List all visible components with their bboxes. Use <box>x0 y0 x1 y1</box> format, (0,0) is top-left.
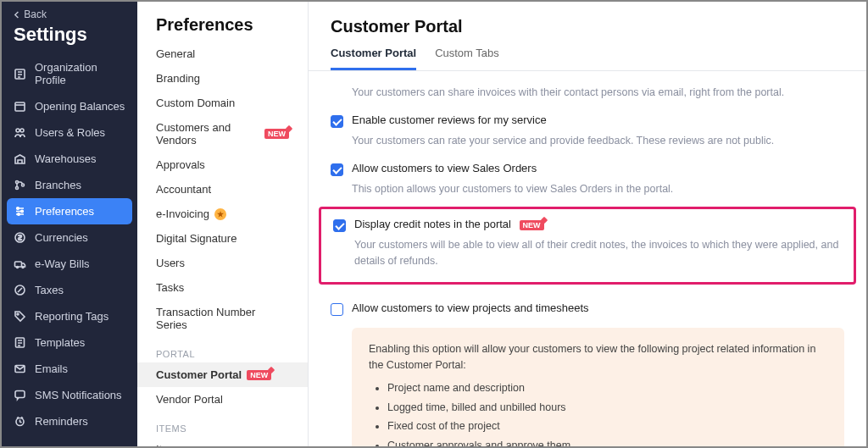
creditnotes-desc: Your customers will be able to view all … <box>354 237 842 268</box>
pref-link-label: Tasks <box>156 281 184 294</box>
svg-rect-1 <box>15 102 25 111</box>
pref-link-e-invoicing[interactable]: e-Invoicing ★ <box>137 202 308 226</box>
projects-title: Allow customers to view projects and tim… <box>352 301 589 314</box>
pref-link-customers-and-vendors[interactable]: Customers and Vendors NEW <box>137 115 308 152</box>
info-list-item: Logged time, billed and unbilled hours <box>387 400 827 416</box>
pref-link-transaction-number-series[interactable]: Transaction Number Series <box>137 300 308 337</box>
pref-link-label: Transaction Number Series <box>156 306 289 331</box>
branch-icon <box>14 179 26 191</box>
svg-point-7 <box>17 207 19 210</box>
pref-icon <box>14 205 26 218</box>
sidebar-item-tmpl[interactable]: Templates <box>2 329 137 356</box>
sidebar-item-tags[interactable]: Reporting Tags <box>2 303 137 329</box>
info-list-item: Project name and description <box>387 380 827 396</box>
sidebar-item-org[interactable]: Organization Profile <box>2 54 137 93</box>
pref-link-label: Customer Portal <box>156 368 242 381</box>
option-sales-orders: Allow customers to view Sales Orders Thi… <box>331 152 844 200</box>
sidebar-item-label: Templates <box>35 336 85 349</box>
tabs: Customer PortalCustom Tabs <box>309 47 866 71</box>
creditnotes-title: Display credit notes in the portal NEW <box>354 218 544 230</box>
pref-link-label: Custom Domain <box>156 97 235 109</box>
pref-link-label: Approvals <box>156 158 205 171</box>
svg-rect-18 <box>15 391 25 398</box>
svg-point-9 <box>18 213 20 216</box>
reviews-title: Enable customer reviews for my service <box>352 113 547 126</box>
pref-link-general[interactable]: General <box>137 41 308 66</box>
creditnotes-checkbox[interactable] <box>333 219 346 232</box>
projects-checkbox[interactable] <box>331 303 343 316</box>
page-title: Customer Portal <box>309 2 866 47</box>
sidebar-item-label: e-Way Bills <box>35 257 90 270</box>
email-icon <box>14 362 26 375</box>
sidebar-item-sms[interactable]: SMS Notifications <box>2 382 137 408</box>
pref-link-branding[interactable]: Branding <box>137 66 308 91</box>
new-badge: NEW <box>247 370 271 380</box>
option-share-desc: Your customers can share invoices with t… <box>352 85 844 100</box>
sidebar-item-label: SMS Notifications <box>35 389 122 401</box>
pref-link-approvals[interactable]: Approvals <box>137 152 308 177</box>
open-icon <box>14 100 26 113</box>
preferences-sidebar: Preferences GeneralBrandingCustom Domain… <box>137 2 309 446</box>
new-badge: NEW <box>520 220 544 230</box>
salesorders-checkbox[interactable] <box>331 163 343 176</box>
sidebar-item-email[interactable]: Emails <box>2 356 137 382</box>
sidebar-item-rem[interactable]: Reminders <box>2 408 137 434</box>
new-badge: NEW <box>264 129 289 139</box>
sidebar-item-label: Taxes <box>35 284 64 296</box>
sidebar-item-tax[interactable]: Taxes <box>2 277 137 303</box>
section-header-portal: PORTAL <box>137 337 308 362</box>
sidebar-item-open[interactable]: Opening Balances <box>2 93 137 119</box>
pref-link-label: Accountant <box>156 183 211 196</box>
sidebar-item-pref[interactable]: Preferences <box>7 198 132 224</box>
salesorders-desc: This option allows your customers to vie… <box>352 181 844 196</box>
wh-icon <box>14 152 26 165</box>
info-list-item: Customer approvals and approve them. <box>387 438 827 447</box>
reviews-checkbox[interactable] <box>331 115 343 128</box>
svg-point-15 <box>17 313 19 315</box>
svg-point-5 <box>16 187 19 190</box>
sidebar-item-label: Emails <box>35 362 68 375</box>
main-pane: Customer Portal Customer PortalCustom Ta… <box>309 2 866 446</box>
reviews-desc: Your customers can rate your service and… <box>352 133 844 148</box>
sidebar-item-curr[interactable]: Currencies <box>2 224 137 251</box>
pref-link-label: e-Invoicing <box>156 207 209 220</box>
option-credit-notes: Display credit notes in the portal NEW Y… <box>333 218 842 268</box>
sidebar-item-label: Branches <box>35 179 81 191</box>
new-dot-icon: ★ <box>214 208 226 220</box>
tab-custom-tabs[interactable]: Custom Tabs <box>435 47 499 70</box>
sidebar-item-users[interactable]: Users & Roles <box>2 119 137 146</box>
sidebar-item-eway[interactable]: e-Way Bills <box>2 251 137 277</box>
pref-link-users[interactable]: Users <box>137 251 308 275</box>
eway-icon <box>14 257 26 270</box>
sidebar-item-label: Reminders <box>35 415 88 428</box>
info-intro: Enabling this option will allow your cus… <box>369 341 827 374</box>
section-header-items: ITEMS <box>137 412 308 437</box>
pref-link-customer-portal[interactable]: Customer Portal NEW <box>137 362 308 387</box>
svg-point-2 <box>16 129 19 132</box>
sidebar-item-label: Users & Roles <box>35 126 105 139</box>
svg-point-3 <box>20 129 24 132</box>
chevron-left-icon <box>14 11 21 19</box>
pref-link-label: Users <box>156 257 185 269</box>
pref-link-vendor-portal[interactable]: Vendor Portal <box>137 387 308 412</box>
back-label: Back <box>24 8 47 20</box>
svg-point-8 <box>21 210 24 213</box>
pref-link-items[interactable]: Items <box>137 437 308 446</box>
sidebar-item-branch[interactable]: Branches <box>2 172 137 198</box>
pref-link-custom-domain[interactable]: Custom Domain <box>137 91 308 115</box>
sidebar-item-label: Reporting Tags <box>35 310 108 323</box>
pref-link-digital-signature[interactable]: Digital Signature <box>137 226 308 251</box>
sms-icon <box>14 389 26 401</box>
pref-link-tasks[interactable]: Tasks <box>137 275 308 300</box>
option-projects: Allow customers to view projects and tim… <box>331 291 844 446</box>
tab-customer-portal[interactable]: Customer Portal <box>331 47 416 70</box>
sidebar-item-wh[interactable]: Warehouses <box>2 146 137 172</box>
back-link[interactable]: Back <box>2 2 137 22</box>
sidebar-item-label: Opening Balances <box>35 100 125 113</box>
pref-link-accountant[interactable]: Accountant <box>137 177 308 202</box>
svg-point-6 <box>22 184 25 186</box>
preferences-heading: Preferences <box>137 2 308 41</box>
sidebar-item-label: Warehouses <box>35 152 97 165</box>
pref-link-label: Customers and Vendors <box>156 121 259 147</box>
org-icon <box>14 68 26 80</box>
